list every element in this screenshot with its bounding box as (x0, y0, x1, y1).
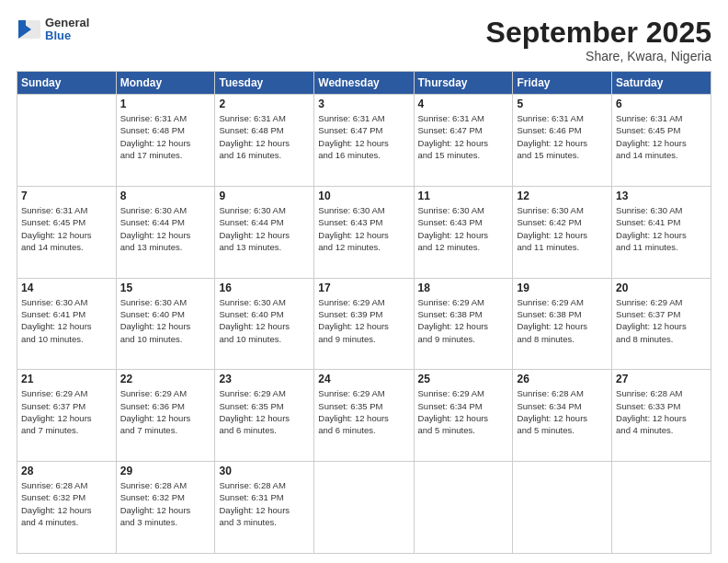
day-number: 30 (219, 465, 310, 477)
calendar-week-row: 28Sunrise: 6:28 AMSunset: 6:32 PMDayligh… (17, 462, 711, 554)
day-number: 26 (517, 373, 608, 385)
day-number: 12 (517, 190, 608, 202)
day-info: Sunrise: 6:28 AMSunset: 6:31 PMDaylight:… (219, 479, 310, 528)
day-number: 7 (21, 190, 112, 202)
table-row: 25Sunrise: 6:29 AMSunset: 6:34 PMDayligh… (414, 370, 513, 462)
table-row: 8Sunrise: 6:30 AMSunset: 6:44 PMDaylight… (116, 186, 215, 278)
day-number: 5 (517, 98, 608, 110)
table-row: 2Sunrise: 6:31 AMSunset: 6:48 PMDaylight… (215, 95, 314, 187)
calendar-week-row: 14Sunrise: 6:30 AMSunset: 6:41 PMDayligh… (17, 278, 711, 370)
day-number: 24 (318, 373, 409, 385)
col-thursday: Thursday (414, 72, 513, 95)
day-info: Sunrise: 6:30 AMSunset: 6:44 PMDaylight:… (219, 204, 310, 253)
day-info: Sunrise: 6:30 AMSunset: 6:41 PMDaylight:… (616, 204, 707, 253)
day-number: 16 (219, 282, 310, 294)
logo-icon (17, 17, 42, 42)
day-number: 1 (120, 98, 211, 110)
day-number: 11 (418, 190, 509, 202)
calendar-table: Sunday Monday Tuesday Wednesday Thursday… (17, 71, 711, 554)
day-info: Sunrise: 6:28 AMSunset: 6:32 PMDaylight:… (21, 479, 112, 528)
day-info: Sunrise: 6:31 AMSunset: 6:45 PMDaylight:… (616, 112, 707, 161)
day-number: 10 (318, 190, 409, 202)
day-info: Sunrise: 6:29 AMSunset: 6:35 PMDaylight:… (318, 387, 409, 436)
table-row: 22Sunrise: 6:29 AMSunset: 6:36 PMDayligh… (116, 370, 215, 462)
table-row: 10Sunrise: 6:30 AMSunset: 6:43 PMDayligh… (314, 186, 414, 278)
day-info: Sunrise: 6:31 AMSunset: 6:46 PMDaylight:… (517, 112, 608, 161)
table-row: 6Sunrise: 6:31 AMSunset: 6:45 PMDaylight… (612, 95, 711, 187)
table-row: 21Sunrise: 6:29 AMSunset: 6:37 PMDayligh… (17, 370, 117, 462)
table-row: 26Sunrise: 6:28 AMSunset: 6:34 PMDayligh… (513, 370, 612, 462)
day-number: 17 (318, 282, 409, 294)
day-number: 15 (120, 282, 211, 294)
day-number: 8 (120, 190, 211, 202)
logo-text: General Blue (45, 17, 89, 43)
table-row: 24Sunrise: 6:29 AMSunset: 6:35 PMDayligh… (314, 370, 414, 462)
day-info: Sunrise: 6:28 AMSunset: 6:33 PMDaylight:… (616, 387, 707, 436)
day-number: 6 (616, 98, 707, 110)
day-info: Sunrise: 6:28 AMSunset: 6:34 PMDaylight:… (517, 387, 608, 436)
month-title: September 2025 (486, 17, 711, 49)
day-info: Sunrise: 6:31 AMSunset: 6:47 PMDaylight:… (418, 112, 509, 161)
day-info: Sunrise: 6:30 AMSunset: 6:40 PMDaylight:… (219, 296, 310, 345)
calendar-header-row: Sunday Monday Tuesday Wednesday Thursday… (17, 72, 711, 95)
day-number: 27 (616, 373, 707, 385)
day-info: Sunrise: 6:30 AMSunset: 6:42 PMDaylight:… (517, 204, 608, 253)
day-number: 29 (120, 465, 211, 477)
day-number: 18 (418, 282, 509, 294)
table-row (17, 95, 117, 187)
day-info: Sunrise: 6:28 AMSunset: 6:32 PMDaylight:… (120, 479, 211, 528)
table-row: 1Sunrise: 6:31 AMSunset: 6:48 PMDaylight… (116, 95, 215, 187)
svg-marker-2 (18, 20, 26, 29)
table-row: 16Sunrise: 6:30 AMSunset: 6:40 PMDayligh… (215, 278, 314, 370)
table-row: 17Sunrise: 6:29 AMSunset: 6:39 PMDayligh… (314, 278, 414, 370)
day-info: Sunrise: 6:30 AMSunset: 6:43 PMDaylight:… (418, 204, 509, 253)
table-row (513, 462, 612, 554)
table-row: 19Sunrise: 6:29 AMSunset: 6:38 PMDayligh… (513, 278, 612, 370)
table-row: 3Sunrise: 6:31 AMSunset: 6:47 PMDaylight… (314, 95, 414, 187)
day-info: Sunrise: 6:29 AMSunset: 6:36 PMDaylight:… (120, 387, 211, 436)
table-row: 27Sunrise: 6:28 AMSunset: 6:33 PMDayligh… (612, 370, 711, 462)
table-row: 23Sunrise: 6:29 AMSunset: 6:35 PMDayligh… (215, 370, 314, 462)
table-row: 12Sunrise: 6:30 AMSunset: 6:42 PMDayligh… (513, 186, 612, 278)
title-block: September 2025 Share, Kwara, Nigeria (486, 17, 711, 63)
day-number: 21 (21, 373, 112, 385)
table-row: 5Sunrise: 6:31 AMSunset: 6:46 PMDaylight… (513, 95, 612, 187)
logo-general: General (45, 17, 89, 29)
col-sunday: Sunday (17, 72, 117, 95)
day-number: 23 (219, 373, 310, 385)
location: Share, Kwara, Nigeria (486, 49, 711, 63)
col-saturday: Saturday (612, 72, 711, 95)
day-number: 19 (517, 282, 608, 294)
day-number: 4 (418, 98, 509, 110)
day-info: Sunrise: 6:29 AMSunset: 6:35 PMDaylight:… (219, 387, 310, 436)
day-number: 20 (616, 282, 707, 294)
day-info: Sunrise: 6:31 AMSunset: 6:45 PMDaylight:… (21, 204, 112, 253)
page: General Blue September 2025 Share, Kwara… (0, 0, 728, 563)
day-info: Sunrise: 6:29 AMSunset: 6:34 PMDaylight:… (418, 387, 509, 436)
day-info: Sunrise: 6:29 AMSunset: 6:38 PMDaylight:… (517, 296, 608, 345)
col-tuesday: Tuesday (215, 72, 314, 95)
calendar-week-row: 7Sunrise: 6:31 AMSunset: 6:45 PMDaylight… (17, 186, 711, 278)
table-row: 4Sunrise: 6:31 AMSunset: 6:47 PMDaylight… (414, 95, 513, 187)
day-number: 3 (318, 98, 409, 110)
logo: General Blue (17, 17, 89, 43)
day-number: 22 (120, 373, 211, 385)
day-info: Sunrise: 6:30 AMSunset: 6:41 PMDaylight:… (21, 296, 112, 345)
calendar-week-row: 21Sunrise: 6:29 AMSunset: 6:37 PMDayligh… (17, 370, 711, 462)
day-number: 14 (21, 282, 112, 294)
col-friday: Friday (513, 72, 612, 95)
table-row: 20Sunrise: 6:29 AMSunset: 6:37 PMDayligh… (612, 278, 711, 370)
header: General Blue September 2025 Share, Kwara… (17, 17, 711, 63)
table-row (314, 462, 414, 554)
day-info: Sunrise: 6:29 AMSunset: 6:38 PMDaylight:… (418, 296, 509, 345)
col-wednesday: Wednesday (314, 72, 414, 95)
calendar-week-row: 1Sunrise: 6:31 AMSunset: 6:48 PMDaylight… (17, 95, 711, 187)
day-info: Sunrise: 6:29 AMSunset: 6:37 PMDaylight:… (21, 387, 112, 436)
table-row: 18Sunrise: 6:29 AMSunset: 6:38 PMDayligh… (414, 278, 513, 370)
day-number: 9 (219, 190, 310, 202)
table-row: 29Sunrise: 6:28 AMSunset: 6:32 PMDayligh… (116, 462, 215, 554)
day-info: Sunrise: 6:31 AMSunset: 6:48 PMDaylight:… (120, 112, 211, 161)
table-row (414, 462, 513, 554)
table-row: 9Sunrise: 6:30 AMSunset: 6:44 PMDaylight… (215, 186, 314, 278)
day-info: Sunrise: 6:30 AMSunset: 6:43 PMDaylight:… (318, 204, 409, 253)
